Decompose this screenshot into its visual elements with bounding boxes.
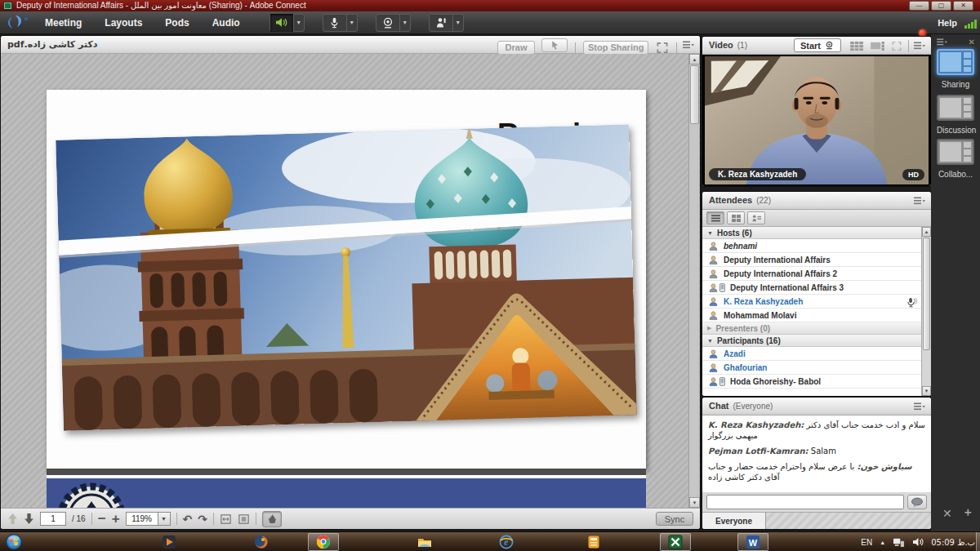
- attendee-role-icon: [708, 310, 719, 321]
- webcam-dropdown-arrow[interactable]: ▼: [399, 14, 410, 32]
- stop-sharing-button[interactable]: Stop Sharing: [583, 41, 648, 55]
- draw-button[interactable]: Draw: [497, 41, 535, 55]
- layout-bar-close-icon[interactable]: ✕: [969, 38, 975, 47]
- layout-thumbnail-icon: [937, 109, 974, 123]
- explorer-taskbar-icon[interactable]: [409, 533, 440, 551]
- tray-expand-icon[interactable]: ▲: [880, 540, 885, 545]
- attendee-row[interactable]: Hoda Ghoreishy- Babol: [702, 375, 921, 389]
- webcam-button[interactable]: [376, 14, 399, 32]
- zoom-level-select[interactable]: 119% ▼: [126, 512, 171, 526]
- menu-layouts[interactable]: Layouts: [93, 11, 154, 34]
- start-webcam-button[interactable]: Start: [794, 38, 841, 52]
- sync-button[interactable]: Sync: [656, 512, 693, 526]
- send-message-button[interactable]: [907, 495, 927, 509]
- video-pod-menu-button[interactable]: [913, 41, 927, 51]
- microphone-button[interactable]: [323, 14, 346, 32]
- zoom-dropdown-icon[interactable]: ▼: [158, 512, 171, 526]
- scrollbar-thumb[interactable]: [690, 65, 699, 124]
- chat-message: Pejman Lotfi-Kamran: Salam: [708, 446, 925, 456]
- undo-button[interactable]: ↶: [183, 513, 193, 525]
- speaker-dropdown-arrow[interactable]: ▼: [293, 14, 304, 32]
- share-pod-header: دکتر کاشی زاده.pdf Draw Stop Sharing: [1, 36, 700, 54]
- zoom-out-button[interactable]: −: [98, 513, 106, 525]
- firefox-taskbar-icon[interactable]: [246, 533, 277, 551]
- pointer-button[interactable]: [541, 38, 568, 52]
- layout-item-collabo[interactable]: Collabo...: [937, 139, 974, 179]
- attendee-grid-view-button[interactable]: [727, 211, 745, 224]
- word-taskbar-icon[interactable]: W: [737, 533, 768, 551]
- filmstrip-view-button[interactable]: [870, 41, 885, 53]
- pan-tool-button[interactable]: [262, 511, 282, 527]
- scroll-up-icon[interactable]: ▲: [689, 54, 700, 64]
- chrome-taskbar-icon[interactable]: [308, 533, 339, 551]
- attendee-group-header[interactable]: ▼Hosts (6): [702, 227, 921, 239]
- volume-icon[interactable]: [912, 537, 924, 547]
- menu-audio[interactable]: Audio: [201, 11, 252, 34]
- share-pod-menu-button[interactable]: [682, 40, 696, 51]
- attendee-group-header[interactable]: ▼Participants (16): [702, 335, 921, 347]
- microphone-dropdown-arrow[interactable]: ▼: [346, 14, 357, 32]
- menu-help[interactable]: Help: [938, 11, 957, 34]
- webcam-video-feed: [705, 56, 929, 184]
- mpc-taskbar-icon[interactable]: [154, 533, 185, 551]
- attendee-role-icon: [708, 362, 719, 373]
- redo-button[interactable]: ↷: [198, 513, 207, 525]
- attendee-row[interactable]: Ghafourian: [702, 361, 921, 375]
- show-desktop-button[interactable]: [976, 532, 980, 551]
- attendee-row[interactable]: Deputy International Affairs 2: [702, 267, 921, 281]
- attendee-status-view-button[interactable]: [747, 211, 765, 224]
- chat-pod-menu-button[interactable]: [913, 402, 927, 412]
- speaker-button[interactable]: [270, 14, 293, 32]
- clock[interactable]: 05:09 ب.ظ: [931, 538, 975, 547]
- raise-hand-dropdown-arrow[interactable]: ▼: [452, 14, 463, 32]
- fit-page-button[interactable]: [238, 513, 250, 525]
- list-view-icon: [710, 214, 721, 223]
- scroll-up-icon[interactable]: ▲: [922, 227, 931, 237]
- layout-thumbnail-icon: [937, 153, 974, 167]
- menu-pods[interactable]: Pods: [154, 11, 200, 34]
- chat-input[interactable]: [706, 495, 904, 509]
- everyone-tab[interactable]: Everyone: [702, 513, 766, 529]
- shared-document-area[interactable]: Russia: [1, 54, 700, 508]
- add-layout-button[interactable]: ＋: [962, 505, 973, 520]
- attendee-row[interactable]: K. Reza Kashyzadeh: [702, 295, 921, 309]
- scrollbar-thumb[interactable]: [923, 238, 930, 350]
- grid-view-button[interactable]: [849, 41, 865, 53]
- next-page-button[interactable]: [24, 513, 34, 525]
- scroll-down-icon[interactable]: ▼: [922, 386, 931, 396]
- layout-item-discussion[interactable]: Discussion: [937, 95, 974, 135]
- zoom-in-button[interactable]: +: [112, 513, 120, 525]
- share-scrollbar[interactable]: ▲ ▼: [688, 54, 699, 508]
- page-number-input[interactable]: [40, 512, 66, 526]
- attendee-list-view-button[interactable]: [706, 211, 724, 224]
- delete-layout-button[interactable]: ✕: [942, 507, 952, 520]
- fit-width-button[interactable]: [220, 513, 232, 525]
- raise-hand-button[interactable]: [430, 14, 452, 32]
- previous-page-button[interactable]: [7, 513, 18, 525]
- attendees-scrollbar[interactable]: ▲ ▼: [921, 227, 931, 396]
- attendee-row[interactable]: Mohammad Molavi: [702, 309, 921, 322]
- app-orange-taskbar-icon[interactable]: [578, 533, 609, 551]
- language-indicator[interactable]: EN: [861, 538, 872, 547]
- menu-meeting[interactable]: Meeting: [33, 11, 93, 34]
- close-button[interactable]: ✕: [953, 1, 973, 11]
- connect-taskbar-icon[interactable]: [660, 533, 691, 551]
- maximize-button[interactable]: ▢: [931, 1, 951, 11]
- hand-icon: [267, 513, 278, 524]
- minimize-button[interactable]: —: [909, 1, 929, 11]
- ie-taskbar-icon[interactable]: e: [491, 533, 522, 551]
- attendee-row[interactable]: Deputy International Affairs 3: [702, 281, 921, 295]
- slide-page-2: [47, 475, 646, 508]
- attendee-group-header[interactable]: ▶Presenters (0): [702, 322, 921, 335]
- scroll-down-icon[interactable]: ▼: [689, 497, 700, 508]
- attendees-pod-menu-button[interactable]: [913, 196, 927, 207]
- start-button[interactable]: [2, 533, 26, 551]
- layout-item-sharing[interactable]: Sharing: [937, 49, 974, 89]
- attendee-row[interactable]: behnami: [702, 239, 921, 253]
- layout-bar-menu-button[interactable]: [936, 38, 948, 48]
- attendee-row[interactable]: Azadi: [702, 347, 921, 361]
- network-icon[interactable]: [893, 537, 905, 548]
- video-fullscreen-button[interactable]: [891, 41, 902, 53]
- attendee-row[interactable]: Deputy International Affairs: [702, 253, 921, 267]
- windows-start-icon: [6, 534, 22, 550]
